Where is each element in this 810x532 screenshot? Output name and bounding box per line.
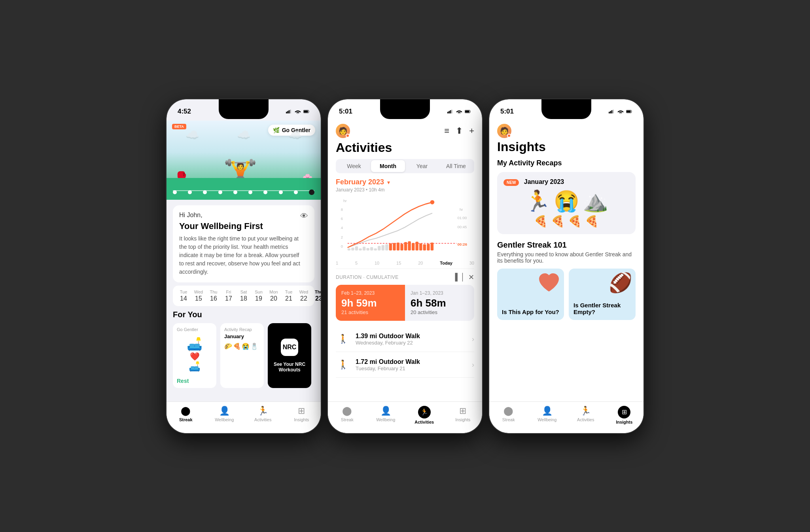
streak-dot-2	[188, 190, 192, 194]
date-day-label: Tue	[285, 290, 293, 294]
activity-item-1[interactable]: 🚶 1.39 mi Outdoor Walk Wednesday, Februa…	[336, 326, 474, 352]
activities-header: 🧑 ≡ ⬆ + Activities Week Month	[328, 121, 482, 178]
nav-activities-1[interactable]: 🏃 Activities	[244, 406, 282, 422]
for-you-cards: Go Gentler 🛋️ ❤️ 🛋️ Rest Activity Recap …	[173, 323, 314, 388]
battery-icon	[303, 109, 310, 114]
nav-insights-1[interactable]: ⊞ Insights	[282, 406, 321, 422]
close-chart-icon[interactable]: ✕	[468, 273, 474, 282]
wellbeing-text-block: Hi John, Your Wellbeing First It looks l…	[179, 212, 300, 276]
status-icons-3	[609, 109, 632, 114]
nav-insights-3[interactable]: ⊞ Insights	[605, 406, 644, 424]
date-fri-17[interactable]: Fri 17	[221, 290, 236, 302]
add-icon[interactable]: +	[469, 126, 474, 136]
signal-icon-3	[609, 109, 615, 114]
date-day-label: Mon	[269, 290, 278, 294]
tab-month[interactable]: Month	[371, 160, 405, 172]
mountain-emoji: ⛰️	[583, 189, 608, 213]
hero-green-band	[167, 178, 321, 200]
insights-nav-icon-3-active: ⊞	[618, 406, 630, 418]
svg-rect-44	[423, 244, 426, 250]
date-sat-18[interactable]: Sat 18	[236, 290, 251, 302]
signal-icon-2	[447, 109, 454, 114]
nav-insights-2[interactable]: ⊞ Insights	[444, 406, 483, 422]
recap-card[interactable]: NEW January 2023 🏃 😭 ⛰️ 🍕 🍕 🍕 🍕	[497, 172, 636, 234]
date-thu-23-today[interactable]: Thu 23	[311, 290, 321, 302]
phone2-screen: 5:01 🧑 ≡ ⬆ +	[328, 99, 482, 433]
date-day-num: 15	[195, 295, 202, 302]
streak-nav-icon-3: ⬤	[503, 406, 513, 416]
battery-icon-2	[465, 109, 471, 114]
streak-dot-4	[218, 190, 222, 194]
battery-icon-3	[626, 109, 632, 114]
nav-wellbeing-3[interactable]: 👤 Wellbeing	[528, 406, 567, 422]
for-you-title: For You	[173, 310, 314, 319]
avatar-3[interactable]: 🧑	[497, 124, 511, 138]
date-day-num: 22	[300, 295, 307, 302]
status-icons-1	[286, 109, 310, 114]
activity-info-1: 1.39 mi Outdoor Walk Wednesday, February…	[356, 333, 466, 346]
share-icon[interactable]: ⬆	[456, 126, 463, 136]
for-you-card-rest[interactable]: Go Gentler 🛋️ ❤️ 🛋️ Rest	[173, 323, 216, 388]
activity-name-1: 1.39 mi Outdoor Walk	[356, 333, 466, 340]
svg-text:8: 8	[341, 207, 343, 211]
nav-activities-3[interactable]: 🏃 Activities	[566, 406, 605, 422]
avatar-2[interactable]: 🧑	[336, 124, 350, 138]
svg-rect-32	[378, 246, 380, 250]
nav-activities-2[interactable]: 🏃 Activities	[405, 406, 444, 424]
svg-rect-2	[289, 110, 290, 113]
nav-wellbeing-1[interactable]: 👤 Wellbeing	[205, 406, 244, 422]
bar-chart-icon[interactable]: ▐	[452, 273, 458, 281]
activities-nav-label: Activities	[254, 417, 271, 422]
activities-month[interactable]: February 2023	[336, 178, 384, 186]
date-tue-14[interactable]: Tue 14	[176, 290, 191, 302]
list-icon[interactable]: ≡	[444, 126, 449, 136]
date-mon-20[interactable]: Mon 20	[266, 290, 281, 302]
tab-year[interactable]: Year	[405, 160, 439, 172]
phones-container: 4:52 BETA 🌿 Go Gentler ☁️☁️☁️	[167, 99, 643, 433]
streak-card-2[interactable]: 🏈 Is Gentler Streak Empty?	[569, 269, 636, 320]
line-chart-icon[interactable]: │	[461, 273, 465, 281]
svg-rect-45	[427, 244, 430, 250]
insights-label-2: Insights	[455, 417, 470, 422]
tab-alltime[interactable]: All Time	[439, 160, 473, 172]
bottom-nav-1: ⬤ Streak 👤 Wellbeing 🏃 Activities ⊞ Insi…	[167, 401, 321, 433]
nav-streak-1[interactable]: ⬤ Streak	[167, 406, 205, 422]
svg-text:00:45: 00:45	[458, 225, 467, 229]
svg-rect-40	[408, 241, 411, 250]
activities-actions: ≡ ⬆ +	[444, 126, 474, 136]
activities-nav-icon: 🏃	[257, 406, 268, 416]
date-tue-21[interactable]: Tue 21	[281, 290, 296, 302]
streak-card-1[interactable]: Is This App for You?	[497, 269, 564, 320]
wellbeing-nav-icon-3: 👤	[542, 406, 553, 416]
status-icons-2	[447, 109, 471, 114]
insights-label-3: Insights	[616, 420, 632, 424]
date-day-label: Thu	[210, 290, 218, 294]
for-you-card-nrc[interactable]: NRC See Your NRC Workouts	[268, 323, 311, 388]
rest-sofa2-icon: 🛋️	[189, 361, 201, 372]
nav-streak-3[interactable]: ⬤ Streak	[489, 406, 528, 422]
date-wed-15[interactable]: Wed 15	[191, 290, 206, 302]
wifi-icon	[295, 109, 301, 114]
svg-rect-48	[610, 111, 611, 113]
wellbeing-nav-icon-2: 👤	[380, 406, 391, 416]
date-thu-16[interactable]: Thu 16	[206, 290, 221, 302]
pizza4-emoji: 🍕	[585, 215, 599, 228]
date-sun-19[interactable]: Sun 19	[251, 290, 266, 302]
current-period: Feb 1–23, 2023	[341, 290, 399, 296]
for-you-card-recap[interactable]: Activity Recap January 🌮🍕😭🧂	[220, 323, 264, 388]
svg-rect-39	[404, 242, 407, 250]
date-strip: Tue 14 Wed 15 Thu 16 Fri 17	[173, 286, 314, 306]
previous-time: 6h 58m	[411, 297, 469, 309]
eye-icon[interactable]: 👁	[300, 212, 308, 221]
avatar-dot-3	[507, 134, 511, 138]
tab-week[interactable]: Week	[337, 160, 371, 172]
date-wed-22[interactable]: Wed 22	[296, 290, 311, 302]
activity-item-2[interactable]: 🚶 1.72 mi Outdoor Walk Tuesday, February…	[336, 352, 474, 378]
stats-current: Feb 1–23, 2023 9h 59m 21 activities	[336, 285, 405, 321]
bottom-nav-2: ⬤ Streak 👤 Wellbeing 🏃 Activities ⊞ Insi…	[328, 401, 482, 433]
recap-emojis: 🌮🍕😭🧂	[224, 343, 260, 350]
tab-bar: Week Month Year All Time	[336, 159, 474, 173]
nav-wellbeing-2[interactable]: 👤 Wellbeing	[367, 406, 405, 422]
nav-streak-2[interactable]: ⬤ Streak	[328, 406, 367, 422]
pizza3-emoji: 🍕	[568, 215, 582, 228]
